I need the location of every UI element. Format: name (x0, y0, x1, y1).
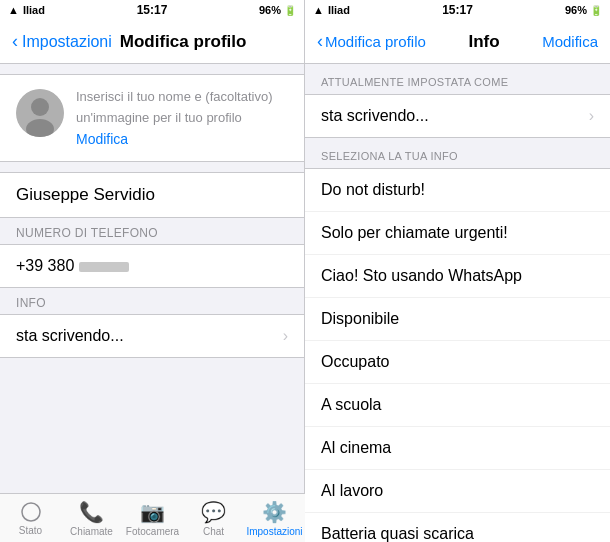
avatar[interactable] (16, 89, 64, 137)
right-status-bar: ▲ Iliad 15:17 96% 🔋 (305, 0, 610, 20)
carrier-name: Iliad (23, 4, 45, 16)
right-panel: ▲ Iliad 15:17 96% 🔋 ‹ Modifica profilo I… (305, 0, 610, 542)
impostazioni-icon: ⚙️ (262, 500, 287, 524)
tab-chiamate-label: Chiamate (70, 526, 113, 537)
options-list: Do not disturb!Solo per chiamate urgenti… (305, 168, 610, 542)
right-modifica-button[interactable]: Modifica (542, 33, 598, 50)
battery-icon: 🔋 (284, 5, 296, 16)
right-carrier: ▲ Iliad (313, 4, 350, 16)
tab-impostazioni[interactable]: ⚙️ Impostazioni (244, 500, 305, 537)
stato-icon (20, 501, 42, 523)
name-section: Giuseppe Servidio (0, 172, 304, 218)
right-time: 15:17 (442, 3, 473, 17)
option-item-6[interactable]: Al cinema (305, 427, 610, 470)
right-chevron-left-icon: ‹ (317, 31, 323, 52)
option-item-7[interactable]: Al lavoro (305, 470, 610, 513)
select-section-label: SELEZIONA LA TUA INFO (305, 138, 610, 168)
right-back-label: Modifica profilo (325, 33, 426, 50)
left-nav-bar: ‹ Impostazioni Modifica profilo (0, 20, 304, 64)
right-battery-percent: 96% (565, 4, 587, 16)
right-battery: 96% 🔋 (565, 4, 602, 16)
current-info-item[interactable]: sta scrivendo... › (305, 95, 610, 137)
name-value: Giuseppe Servidio (16, 185, 155, 204)
left-nav-title: Modifica profilo (120, 32, 247, 52)
left-carrier: ▲ Iliad (8, 4, 45, 16)
option-item-3[interactable]: Disponibile (305, 298, 610, 341)
phone-section-label: NUMERO DI TELEFONO (0, 218, 304, 244)
left-status-bar: ▲ Iliad 15:17 96% 🔋 (0, 0, 304, 20)
fotocamera-icon: 📷 (140, 500, 165, 524)
profile-modifica-button[interactable]: Modifica (76, 131, 273, 147)
tab-bar: Stato 📞 Chiamate 📷 Fotocamera 💬 Chat ⚙️ … (0, 493, 305, 542)
chiamate-icon: 📞 (79, 500, 104, 524)
chevron-left-icon: ‹ (12, 31, 18, 52)
phone-section: +39 380 (0, 244, 304, 288)
tab-stato[interactable]: Stato (0, 501, 61, 536)
svg-point-3 (22, 503, 40, 521)
profile-hint2: un'immagine per il tuo profilo (76, 110, 273, 127)
info-section: sta scrivendo... › (0, 314, 304, 358)
option-item-4[interactable]: Occupato (305, 341, 610, 384)
chevron-right-icon: › (283, 327, 288, 345)
profile-section: Inserisci il tuo nome e (facoltativo) un… (0, 74, 304, 162)
left-panel: ▲ Iliad 15:17 96% 🔋 ‹ Impostazioni Modif… (0, 0, 305, 542)
right-nav-title: Info (468, 32, 499, 52)
wifi-icon: ▲ (8, 4, 19, 16)
option-item-0[interactable]: Do not disturb! (305, 169, 610, 212)
svg-point-1 (31, 98, 49, 116)
tab-fotocamera[interactable]: 📷 Fotocamera (122, 500, 183, 537)
info-value: sta scrivendo... (16, 327, 124, 345)
tab-chat-label: Chat (203, 526, 224, 537)
avatar-image (16, 89, 64, 137)
tab-stato-label: Stato (19, 525, 42, 536)
info-row[interactable]: sta scrivendo... › (0, 315, 304, 357)
option-item-1[interactable]: Solo per chiamate urgenti! (305, 212, 610, 255)
right-signal-icon: ▲ (313, 4, 324, 16)
left-back-label: Impostazioni (22, 33, 112, 51)
current-info-value: sta scrivendo... (321, 107, 429, 125)
battery-percent: 96% (259, 4, 281, 16)
right-back-button[interactable]: ‹ Modifica profilo (317, 31, 426, 52)
option-item-5[interactable]: A scuola (305, 384, 610, 427)
left-battery: 96% 🔋 (259, 4, 296, 16)
tab-impostazioni-label: Impostazioni (246, 526, 302, 537)
info-section-label: INFO (0, 288, 304, 314)
chat-icon: 💬 (201, 500, 226, 524)
current-section: sta scrivendo... › (305, 94, 610, 138)
tab-chat[interactable]: 💬 Chat (183, 500, 244, 537)
phone-prefix: +39 380 (16, 257, 74, 274)
left-time: 15:17 (137, 3, 168, 17)
right-nav-bar: ‹ Modifica profilo Info Modifica (305, 20, 610, 64)
right-battery-icon: 🔋 (590, 5, 602, 16)
profile-hint1: Inserisci il tuo nome e (facoltativo) (76, 89, 273, 106)
tab-fotocamera-label: Fotocamera (126, 526, 179, 537)
right-content: ATTUALMENTE IMPOSTATA COME sta scrivendo… (305, 64, 610, 542)
tab-chiamate[interactable]: 📞 Chiamate (61, 500, 122, 537)
left-back-button[interactable]: ‹ Impostazioni (12, 31, 112, 52)
right-carrier-name: Iliad (328, 4, 350, 16)
phone-row: +39 380 (0, 245, 304, 287)
current-chevron-right-icon: › (589, 107, 594, 125)
option-item-2[interactable]: Ciao! Sto usando WhatsApp (305, 255, 610, 298)
current-section-label: ATTUALMENTE IMPOSTATA COME (305, 64, 610, 94)
phone-blurred (79, 262, 129, 272)
profile-text: Inserisci il tuo nome e (facoltativo) un… (76, 89, 273, 147)
option-item-8[interactable]: Batteria quasi scarica (305, 513, 610, 542)
